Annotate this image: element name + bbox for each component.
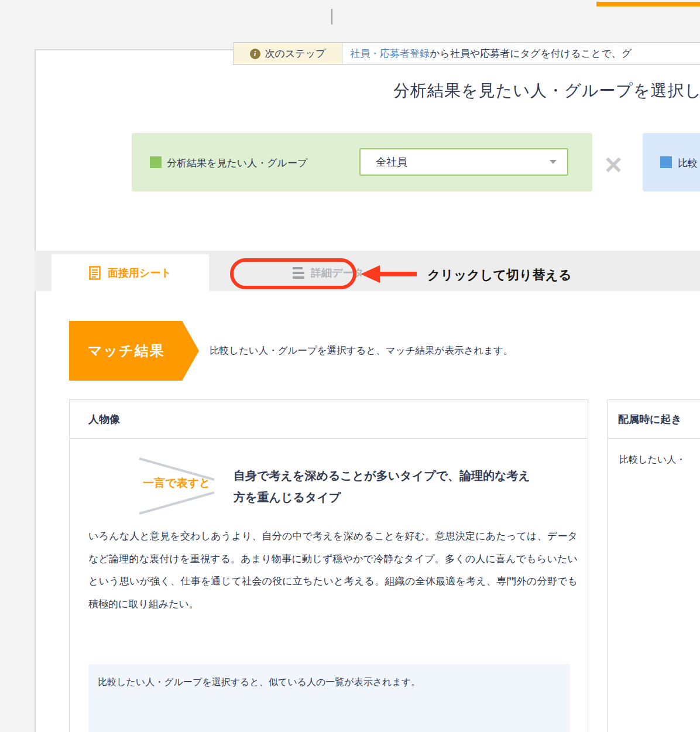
match-result-description: 比較したい人・グループを選択すると、マッチ結果が表示されます。 [210,321,513,381]
cross-separator-icon: ✕ [601,151,626,179]
analysis-target-dropdown[interactable]: 全社員 [359,148,568,176]
match-result-badge: マッチ結果 [69,321,199,381]
compare-target-selector: 比較 [643,133,700,191]
persona-card: 人物像 一言で表すと 自身で考えを深めることが多いタイプで、論理的な考え方を重ん… [69,399,588,732]
next-step-notice: i 次のステップ 社員・応募者登録 から社員や応募者にタグを付けることで、グ [233,42,700,65]
next-step-message-text: から社員や応募者にタグを付けることで、グ [430,47,632,60]
tab-interview-sheet[interactable]: 面接用シート [52,254,209,291]
chevron-down-icon [550,160,557,164]
next-step-label: i 次のステップ [233,42,342,65]
tab-strip: 面接用シート 詳細データ クリックして切り替える [35,251,700,291]
next-step-message: 社員・応募者登録 から社員や応募者にタグを付けることで、グ [342,42,700,65]
next-step-label-text: 次のステップ [265,47,326,60]
placement-card-body: 比較したい人・ [619,454,685,466]
tab-detail-data-label: 詳細データ [311,266,364,280]
page-title: 分析結果を見たい人・グループを選択し [393,80,700,102]
placement-card-title: 配属時に起き [608,400,700,439]
top-accent-bar [596,2,700,6]
catch-label: 一言で表すと [138,476,215,491]
list-lines-icon [293,267,304,279]
compare-target-label: 比較 [678,156,698,170]
info-icon: i [250,49,260,59]
tab-interview-sheet-label: 面接用シート [108,266,171,280]
document-icon [89,266,101,280]
annotation-arrow-icon [361,265,380,283]
analysis-target-label: 分析結果を見たい人・グループ [167,156,307,170]
placement-card: 配属時に起き 比較したい人・ [607,399,700,732]
annotation-text: クリックして切り替える [427,266,572,284]
cursor-tick [331,9,332,25]
annotation-arrow-line [379,272,417,276]
similar-people-note: 比較したい人・グループを選択すると、似ている人の一覧が表示されます。 [88,664,570,732]
persona-catchphrase: 自身で考えを深めることが多いタイプで、論理的な考え方を重んじるタイプ [234,465,535,508]
persona-card-title: 人物像 [70,400,588,439]
dropdown-selected-value: 全社員 [376,155,407,169]
analysis-target-selector: 分析結果を見たい人・グループ 全社員 [132,133,592,191]
employee-register-link[interactable]: 社員・応募者登録 [350,47,430,60]
persona-description: いろんな人と意見を交わしあうより、自分の中で考えを深めることを好む。意思決定にあ… [88,525,578,615]
green-square-icon [150,156,162,168]
blue-square-icon [660,156,672,168]
